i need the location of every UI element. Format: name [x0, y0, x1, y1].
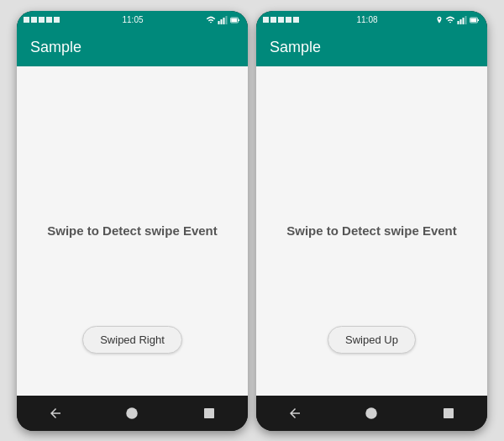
app-content-left[interactable]: Swipe to Detect swipe Event Swiped Right	[17, 66, 248, 396]
swipe-instruction-right: Swipe to Detect swipe Event	[270, 223, 474, 238]
battery-icon-right	[469, 15, 480, 25]
notif-icon-4	[46, 17, 52, 23]
location-icon-right	[435, 15, 444, 25]
phone-left: 11:05	[17, 11, 248, 431]
svg-rect-17	[444, 408, 454, 418]
app-bar-left: Sample	[17, 29, 248, 66]
swipe-result-left: Swiped Right	[82, 326, 182, 354]
home-icon-left	[124, 406, 139, 421]
notif-icon-r2	[270, 17, 276, 23]
svg-point-7	[127, 407, 139, 419]
svg-point-16	[366, 407, 378, 419]
back-button-right[interactable]	[287, 406, 302, 421]
svg-rect-2	[223, 18, 225, 24]
sys-icons-right	[435, 15, 480, 25]
notif-icon-r1	[263, 17, 269, 23]
svg-rect-6	[239, 19, 240, 21]
app-title-right: Sample	[270, 39, 321, 56]
svg-rect-0	[218, 21, 220, 24]
svg-rect-9	[458, 21, 459, 24]
battery-icon-left	[229, 15, 241, 25]
svg-rect-12	[465, 16, 467, 24]
wifi-icon-right	[445, 15, 455, 25]
back-icon-left	[48, 406, 63, 421]
svg-rect-14	[470, 18, 476, 22]
sys-icons-left	[206, 15, 241, 25]
phone-comparison: 11:05	[17, 11, 487, 431]
swipe-result-right: Swiped Up	[328, 326, 416, 354]
app-bar-right: Sample	[256, 29, 487, 66]
nav-bar-left	[17, 396, 248, 431]
home-button-right[interactable]	[364, 406, 379, 421]
recent-icon-left	[202, 406, 217, 421]
notification-icons-right	[263, 17, 299, 23]
svg-rect-11	[463, 18, 465, 24]
back-icon-right	[287, 406, 302, 421]
recent-button-left[interactable]	[202, 406, 217, 421]
svg-rect-5	[231, 18, 237, 22]
recent-icon-right	[441, 406, 456, 421]
notif-icon-r3	[278, 17, 284, 23]
wifi-icon-left	[206, 15, 216, 25]
svg-rect-15	[478, 19, 480, 21]
signal-icon-right	[457, 15, 467, 25]
app-content-right[interactable]: Swipe to Detect swipe Event Swiped Up	[256, 66, 487, 396]
svg-rect-1	[221, 19, 223, 24]
swipe-instruction-left: Swipe to Detect swipe Event	[30, 223, 234, 238]
notification-icons-left	[24, 17, 60, 23]
status-time-right: 11:08	[356, 15, 377, 24]
signal-icon-left	[218, 15, 228, 25]
home-button-left[interactable]	[124, 406, 139, 421]
status-bar-left: 11:05	[17, 11, 248, 29]
notif-icon-r4	[286, 17, 291, 23]
svg-rect-8	[204, 408, 214, 418]
phone-right: 11:08	[256, 11, 487, 431]
recent-button-right[interactable]	[441, 406, 456, 421]
notif-icon-3	[39, 17, 45, 23]
home-icon-right	[364, 406, 379, 421]
status-bar-right: 11:08	[256, 11, 487, 29]
svg-rect-10	[460, 19, 462, 24]
notif-icon-r5	[293, 17, 299, 23]
nav-bar-right	[256, 396, 487, 431]
notif-icon-2	[31, 17, 37, 23]
svg-rect-3	[226, 16, 228, 24]
notif-icon-5	[54, 17, 60, 23]
app-title-left: Sample	[30, 39, 81, 56]
back-button-left[interactable]	[48, 406, 63, 421]
notif-icon-1	[24, 17, 29, 23]
status-time-left: 11:05	[122, 15, 143, 24]
